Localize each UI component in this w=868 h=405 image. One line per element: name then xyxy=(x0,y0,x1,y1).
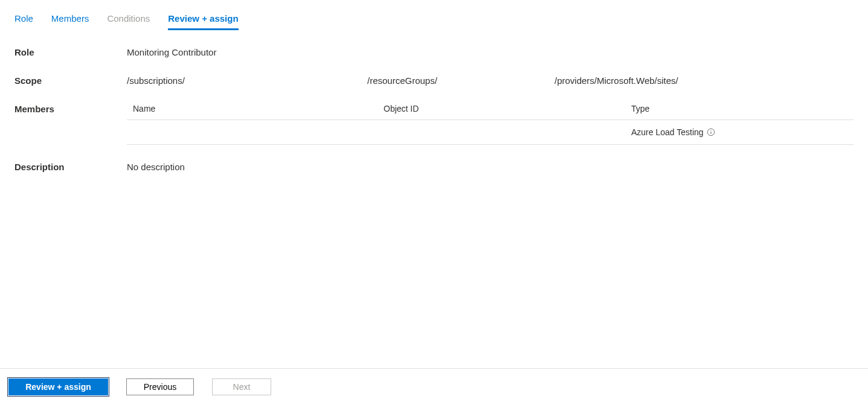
role-value: Monitoring Contributor xyxy=(127,47,216,57)
col-header-object-id: Object ID xyxy=(384,104,631,113)
member-type-cell: Azure Load Testing xyxy=(631,127,715,137)
scope-segment-resource-groups: /resourceGroups/ xyxy=(367,75,555,86)
members-label: Members xyxy=(14,104,127,145)
info-icon[interactable] xyxy=(707,128,715,136)
summary-description-row: Description No description xyxy=(14,162,854,172)
scope-segment-subscriptions: /subscriptions/ xyxy=(127,75,367,86)
svg-point-2 xyxy=(710,130,711,131)
tab-review-assign[interactable]: Review + assign xyxy=(168,11,238,30)
members-table-header: Name Object ID Type xyxy=(127,104,854,120)
summary-scope-row: Scope /subscriptions/ /resourceGroups/ /… xyxy=(14,75,854,86)
description-label: Description xyxy=(14,162,127,172)
summary-role-row: Role Monitoring Contributor xyxy=(14,47,854,57)
tabs-row: Role Members Conditions Review + assign xyxy=(14,11,854,30)
footer-bar: Review + assign Previous Next xyxy=(0,368,868,405)
scope-value: /subscriptions/ /resourceGroups/ /provid… xyxy=(127,75,854,86)
tab-conditions[interactable]: Conditions xyxy=(107,11,150,30)
role-label: Role xyxy=(14,47,127,57)
members-table-body: Azure Load Testing xyxy=(127,120,854,145)
review-assign-button[interactable]: Review + assign xyxy=(8,378,108,395)
members-table: Name Object ID Type Azure Load Testing xyxy=(127,104,854,145)
tab-role[interactable]: Role xyxy=(14,11,33,30)
tab-members[interactable]: Members xyxy=(51,11,89,30)
member-type-text: Azure Load Testing xyxy=(631,127,704,137)
col-header-name: Name xyxy=(133,104,384,113)
previous-button[interactable]: Previous xyxy=(126,378,194,395)
col-header-type: Type xyxy=(631,104,649,113)
table-row: Azure Load Testing xyxy=(127,120,854,145)
scope-segment-providers: /providers/Microsoft.Web/sites/ xyxy=(555,75,678,86)
next-button: Next xyxy=(212,378,271,395)
description-value: No description xyxy=(127,162,185,172)
scope-label: Scope xyxy=(14,75,127,86)
